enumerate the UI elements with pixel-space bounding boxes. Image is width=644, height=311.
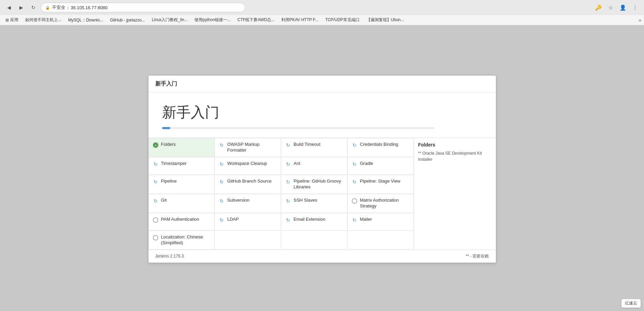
plugin-folders[interactable]: ✓ Folders	[148, 138, 215, 157]
plugin-gradle-name: Gradle	[360, 161, 373, 167]
apps-icon: ⊞	[5, 18, 9, 22]
address-separator: |	[67, 5, 68, 10]
bookmark-apps[interactable]: ⊞ 应用	[3, 16, 21, 24]
refresh-icon: ↻	[352, 161, 357, 167]
progress-bar-fill	[162, 127, 170, 129]
refresh-icon: ↻	[352, 142, 357, 148]
plugin-timestamper[interactable]: ↻ Timestamper	[148, 157, 215, 175]
refresh-icon: ↻	[219, 161, 224, 167]
plugin-pam-auth[interactable]: PAM Authentication	[148, 213, 215, 231]
hero-title: 新手入门	[162, 103, 219, 122]
refresh-icon: ↻	[153, 198, 158, 204]
refresh-icon: ↻	[219, 198, 224, 204]
bookmark-1-label: 如何使不同主机上...	[25, 17, 61, 23]
security-label: 不安全	[52, 4, 65, 11]
card-footer: Jenkins 2.176.3 ** - 需要依赖	[148, 250, 496, 263]
refresh-icon: ↻	[285, 142, 291, 148]
plugin-build-timeout[interactable]: ↻ Build Timeout	[281, 138, 347, 157]
menu-button[interactable]: ⋮	[630, 3, 640, 12]
plugin-ldap-name: LDAP	[227, 217, 239, 222]
bookmark-5-label: 使用python链接一...	[194, 17, 231, 23]
plugin-timestamper-name: Timestamper	[161, 161, 187, 167]
back-button[interactable]: ◀	[4, 3, 14, 12]
check-icon: ✓	[153, 142, 158, 148]
bookmark-8-label: TCP/UDP常见端口	[325, 17, 360, 23]
plugins-grid: ✓ Folders ↻ OWASP Markup Formatter ↻ Bui…	[148, 138, 414, 249]
address-bar[interactable]: 🔒 不安全 | 39.105.16.77:8080	[41, 3, 245, 12]
bookmark-3-label: GitHub - jpetazzo...	[110, 18, 145, 22]
plugin-mailer[interactable]: ↻ Mailer	[347, 213, 414, 231]
bookmark-4-label: Linux入门教程_lin...	[152, 17, 188, 23]
bookmark-2-label: MySQL :: Downlo...	[68, 18, 103, 22]
bookmark-1[interactable]: 如何使不同主机上...	[22, 16, 64, 24]
security-icon: 🔒	[45, 5, 50, 10]
bookmark-3[interactable]: GitHub - jpetazzo...	[107, 17, 148, 23]
star-button[interactable]: ☆	[606, 3, 615, 12]
key-button[interactable]: 🔑	[594, 3, 603, 12]
plugin-gradle[interactable]: ↻ Gradle	[347, 157, 414, 175]
plugin-subversion[interactable]: ↻ Subversion	[215, 194, 281, 213]
refresh-icon: ↻	[219, 217, 224, 223]
bookmark-9[interactable]: 【漏洞复现】Ubun...	[364, 16, 407, 24]
browser-chrome: ◀ ▶ ↻ 🔒 不安全 | 39.105.16.77:8080 🔑 ☆ 👤 ⋮ …	[0, 0, 644, 26]
page-background: 新手入门 新手入门 ✓ Folders ↻ OWASP Markup Forma…	[0, 26, 644, 311]
bookmark-7[interactable]: 利用PKAV HTTP F...	[279, 16, 321, 24]
refresh-icon: ↻	[352, 179, 357, 185]
reload-button[interactable]: ↻	[29, 3, 38, 12]
plugin-workspace-cleanup[interactable]: ↻ Workspace Cleanup	[215, 157, 281, 175]
plugin-workspace-cleanup-name: Workspace Cleanup	[227, 161, 267, 167]
plugin-empty-1	[215, 231, 281, 250]
plugin-credentials-binding-name: Credentials Binding	[360, 142, 398, 147]
refresh-icon: ↻	[153, 161, 158, 167]
circle-icon	[153, 235, 158, 240]
browser-toolbar-right: 🔑 ☆ 👤 ⋮	[594, 3, 640, 12]
bookmark-6[interactable]: CTF线下赛AWD总...	[235, 16, 277, 24]
bookmark-8[interactable]: TCP/UDP常见端口	[323, 16, 362, 24]
plugin-build-timeout-name: Build Timeout	[294, 142, 320, 147]
bookmark-6-label: CTF线下赛AWD总...	[237, 17, 274, 23]
progress-bar-container	[162, 127, 435, 129]
bookmark-5[interactable]: 使用python链接一...	[192, 16, 233, 24]
bookmark-2[interactable]: MySQL :: Downlo...	[65, 17, 106, 23]
refresh-icon: ↻	[285, 161, 291, 167]
plugin-matrix-auth[interactable]: Matrix Authorization Strategy	[347, 194, 414, 213]
forward-button[interactable]: ▶	[16, 3, 26, 12]
plugin-pipeline-stage-view[interactable]: ↻ Pipeline: Stage View	[347, 175, 414, 194]
plugin-folders-name: Folders	[161, 142, 176, 147]
plugin-pipeline-stage-view-name: Pipeline: Stage View	[360, 178, 400, 184]
plugin-email-extension[interactable]: ↻ Email Extension	[281, 213, 347, 231]
plugin-ldap[interactable]: ↻ LDAP	[215, 213, 281, 231]
plugin-owasp[interactable]: ↻ OWASP Markup Formatter	[215, 138, 281, 157]
address-text: 39.105.16.77:8080	[70, 5, 107, 10]
plugin-subversion-name: Subversion	[227, 198, 249, 203]
info-panel-content: ** Oracle Java SE Development Kit Instal…	[418, 150, 492, 162]
refresh-icon: ↻	[219, 142, 224, 148]
plugin-pipeline-groovy-name: Pipeline: GitHub Groovy Libraries	[294, 178, 343, 190]
plugin-github-branch-source[interactable]: ↻ GitHub Branch Source	[215, 175, 281, 194]
plugin-ant-name: Ant	[294, 161, 300, 167]
depends-text: ** - 需要依赖	[466, 253, 489, 259]
plugin-pipeline[interactable]: ↻ Pipeline	[148, 175, 215, 194]
circle-icon	[153, 217, 158, 223]
bookmark-4[interactable]: Linux入门教程_lin...	[149, 16, 190, 24]
bookmark-9-label: 【漏洞复现】Ubun...	[366, 17, 404, 23]
plugin-pam-auth-name: PAM Authentication	[161, 217, 200, 222]
plugin-ant[interactable]: ↻ Ant	[281, 157, 347, 175]
plugin-ssh-slaves[interactable]: ↻ SSH Slaves	[281, 194, 347, 213]
main-card: 新手入门 新手入门 ✓ Folders ↻ OWASP Markup Forma…	[148, 76, 496, 262]
plugin-mailer-name: Mailer	[360, 217, 372, 222]
plugin-github-branch-source-name: GitHub Branch Source	[227, 178, 271, 184]
bookmarks-more-button[interactable]: »	[639, 17, 641, 23]
plugin-localization-chinese[interactable]: Localization: Chinese (Simplified)	[148, 231, 215, 250]
card-header: 新手入门	[148, 76, 496, 93]
plugin-git[interactable]: ↻ Git	[148, 194, 215, 213]
refresh-icon: ↻	[153, 179, 158, 185]
plugin-pipeline-groovy[interactable]: ↻ Pipeline: GitHub Groovy Libraries	[281, 175, 347, 194]
plugin-credentials-binding[interactable]: ↻ Credentials Binding	[347, 138, 414, 157]
info-panel: Folders ** Oracle Java SE Development Ki…	[414, 138, 496, 249]
plugin-owasp-name: OWASP Markup Formatter	[227, 142, 277, 153]
plugin-ssh-slaves-name: SSH Slaves	[294, 198, 317, 203]
refresh-icon: ↻	[285, 217, 291, 223]
profile-button[interactable]: 👤	[618, 3, 628, 12]
card-header-title: 新手入门	[155, 81, 177, 87]
